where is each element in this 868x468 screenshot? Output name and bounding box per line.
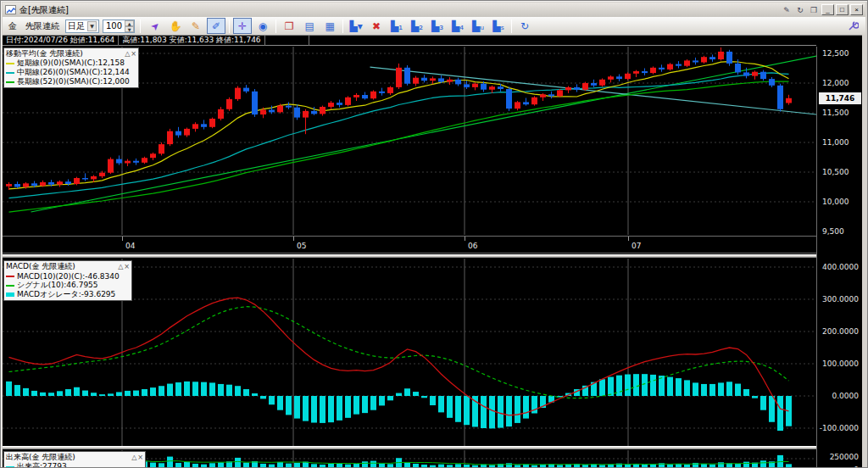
axis-tick-label: 250000 bbox=[830, 453, 859, 461]
macd-osc-label: MACDオシレータ:-93.6295 bbox=[17, 289, 115, 300]
month-label: 06 bbox=[468, 242, 477, 250]
symbol-label: 金 bbox=[6, 20, 19, 32]
indicator-dropdown-icon[interactable]: ▙▾ bbox=[347, 18, 365, 34]
axis-tick-label: 200.0000 bbox=[822, 327, 859, 336]
axis-tick-label: 100.0000 bbox=[822, 359, 859, 368]
axis-tick-label: 0.0000 bbox=[832, 392, 860, 400]
month-label: 04 bbox=[125, 242, 135, 250]
new-chart-window-icon[interactable]: ❐ bbox=[280, 18, 298, 34]
quote-table-icon[interactable]: ▤ bbox=[300, 18, 319, 34]
indicator-preset-4-icon[interactable]: ▙₄ bbox=[448, 18, 467, 34]
ma-legend-box[interactable]: 移動平均(金 先限連続) △ × 短期線(9)(0)(SMA)(C):12,15… bbox=[3, 47, 139, 88]
info-empty-cell bbox=[265, 36, 309, 46]
legend-collapse-icon[interactable]: △ bbox=[131, 454, 136, 461]
macd-signal-swatch bbox=[6, 285, 14, 287]
pane-splitter-2[interactable] bbox=[3, 446, 862, 449]
axis-tick-label: 11,000 bbox=[822, 138, 849, 147]
maximize-button[interactable]: □ bbox=[836, 4, 849, 15]
info-date-open: 日付:2024/07/26 始値:11,664 bbox=[3, 36, 119, 46]
panes: 04050607 11,746 12,50012,00011,50011,000… bbox=[3, 47, 862, 468]
close-button[interactable]: × bbox=[850, 4, 863, 15]
toolbar-separator bbox=[511, 20, 512, 33]
time-axis: 04050607 bbox=[3, 236, 816, 254]
macd-legend-title: MACD(金 先限連続) bbox=[6, 261, 75, 272]
app-window: 金[先限連続] ✎ ↻ ❐ _ □ × 金 先限連続 日足 ▼ 100 ▲ ▼ … bbox=[0, 0, 868, 468]
legend-collapse-icon[interactable]: △ bbox=[118, 263, 123, 270]
macd-legend-box[interactable]: MACD(金 先限連続) △ × MACD(10)(20)(C):-46.834… bbox=[3, 260, 132, 301]
month-label: 07 bbox=[632, 242, 641, 250]
stepper-down-icon[interactable]: ▼ bbox=[125, 26, 134, 32]
period-value: 日足 bbox=[68, 20, 85, 32]
sma-short-swatch bbox=[6, 63, 14, 64]
toolbar-separator bbox=[229, 20, 230, 33]
toolbar-separator bbox=[140, 20, 141, 33]
chart-app-icon bbox=[5, 5, 16, 14]
minimize-button[interactable]: _ bbox=[821, 4, 834, 15]
macd-line-swatch bbox=[6, 276, 14, 277]
month-label: 05 bbox=[297, 242, 306, 250]
legend-close-icon[interactable]: × bbox=[137, 454, 143, 461]
axis-tick-label: 400.0000 bbox=[822, 263, 859, 271]
volume-label: 出来高:27793 bbox=[17, 461, 67, 468]
remove-indicator-icon[interactable]: ✖ bbox=[367, 18, 386, 34]
reload-window-icon[interactable]: ↻ bbox=[794, 5, 806, 15]
axis-tick-label: 300.0000 bbox=[822, 295, 859, 304]
sma-long-swatch bbox=[6, 81, 14, 83]
cascade-windows-icon[interactable]: ❐ bbox=[808, 5, 820, 15]
sma-long-label: 長期線(52)(0)(SMA)(C):12,000 bbox=[17, 76, 130, 87]
indicator-preset-3-icon[interactable]: ▙₃ bbox=[428, 18, 447, 34]
grid-layout-icon[interactable]: ▦ bbox=[320, 18, 339, 34]
axis-tick-label: 10,500 bbox=[822, 168, 849, 176]
legend-close-icon[interactable]: × bbox=[131, 50, 136, 58]
legend-close-icon[interactable]: × bbox=[124, 263, 130, 270]
chevron-down-icon[interactable]: ▼ bbox=[87, 21, 97, 31]
month-tick bbox=[628, 237, 629, 241]
zoom-circle-icon[interactable]: ◉ bbox=[253, 18, 272, 34]
macd-line-label: MACD(10)(20)(C):-46.8340 bbox=[17, 272, 120, 281]
pen-annotate-icon[interactable]: ✎ bbox=[781, 5, 793, 15]
indicator-preset-u-icon[interactable]: ▙ᵤ bbox=[469, 18, 487, 34]
macd-histogram-group bbox=[6, 374, 792, 431]
chart-client-area: 日付:2024/07/26 始値:11,664 高値:11,803 安値:11,… bbox=[3, 35, 862, 467]
indicator-preset-2-icon[interactable]: ▙₂ bbox=[408, 18, 426, 34]
window-title: 金[先限連続] bbox=[19, 4, 69, 16]
info-high-low-close: 高値:11,803 安値:11,633 終値:11,746 bbox=[119, 36, 264, 46]
macd-osc-swatch bbox=[6, 292, 14, 297]
indicator-preset-1-icon[interactable]: ▙₁ bbox=[387, 18, 406, 34]
axis-tick-label: 9,500 bbox=[822, 227, 844, 236]
pencil-draw-icon[interactable]: ✎ bbox=[186, 18, 205, 34]
bar-count-stepper[interactable]: 100 ▲ ▼ bbox=[103, 20, 135, 33]
axis-tick-label: 11,500 bbox=[822, 109, 849, 117]
last-price-tag: 11,746 bbox=[819, 92, 861, 104]
indicator-preset-s-icon[interactable]: ▙ₛ bbox=[489, 18, 508, 34]
line-draw-tool-icon[interactable]: ✐ bbox=[207, 18, 225, 34]
month-tick bbox=[293, 237, 294, 241]
pane-splitter-1[interactable] bbox=[3, 254, 862, 258]
bar-count-value: 100 bbox=[106, 21, 122, 31]
axis-tick-label: -100.0000 bbox=[820, 424, 859, 432]
period-select[interactable]: 日足 ▼ bbox=[65, 20, 99, 33]
crosshair-cursor-icon[interactable]: ✛ bbox=[233, 18, 252, 34]
volume-swatch bbox=[6, 466, 14, 468]
axis-tick-label: 10,000 bbox=[822, 198, 849, 206]
settings-wrench-icon[interactable] bbox=[843, 18, 862, 34]
month-tick bbox=[122, 237, 123, 241]
title-bar[interactable]: 金[先限連続] ✎ ↻ ❐ _ □ × bbox=[3, 3, 865, 17]
pan-hand-icon[interactable]: ✋ bbox=[166, 18, 185, 34]
toolbar-separator bbox=[275, 20, 276, 33]
price-axis-column[interactable]: 11,746 12,50012,00011,50011,00010,50010,… bbox=[816, 47, 862, 468]
ohlc-info-bar: 日付:2024/07/26 始値:11,664 高値:11,803 安値:11,… bbox=[3, 36, 816, 46]
axis-tick-label: 12,000 bbox=[822, 79, 849, 87]
axis-tick-label: 12,500 bbox=[822, 49, 849, 58]
legend-collapse-icon[interactable]: △ bbox=[125, 50, 130, 58]
contract-label: 先限連続 bbox=[23, 20, 62, 32]
volume-legend-box[interactable]: 出来高(金 先限連続) △ × 出来高:27793 出来高移動平均(9)(SMA… bbox=[3, 451, 146, 468]
toolbar: 金 先限連続 日足 ▼ 100 ▲ ▼ ➤✋✎✐✛◉❐▤▦▙▾✖▙₁▙₂▙₃▙₄… bbox=[3, 17, 865, 35]
stepper-up-icon[interactable]: ▲ bbox=[125, 20, 134, 26]
sma-mid-swatch bbox=[6, 72, 14, 74]
month-tick bbox=[465, 237, 465, 241]
reload-icon[interactable]: ↻ bbox=[515, 18, 534, 34]
toolbar-separator bbox=[342, 20, 343, 33]
